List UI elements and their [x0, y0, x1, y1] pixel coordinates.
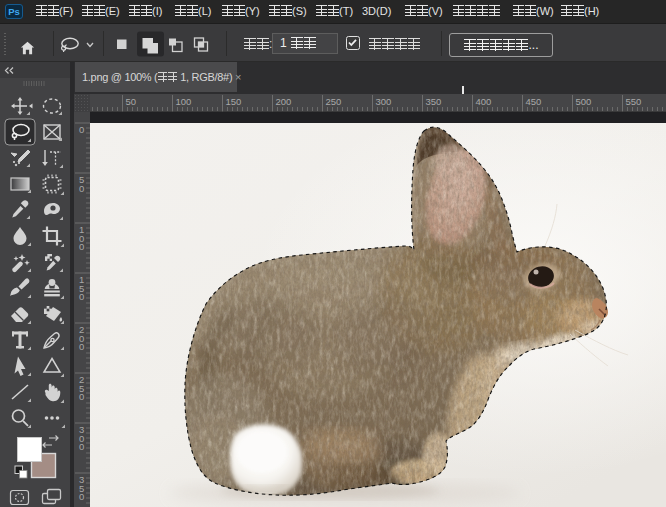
- svg-text:50: 50: [126, 96, 137, 107]
- svg-text:400: 400: [476, 96, 492, 107]
- svg-text:350: 350: [426, 96, 442, 107]
- svg-text:250: 250: [326, 96, 342, 107]
- svg-text:0: 0: [79, 241, 84, 252]
- svg-text:550: 550: [626, 96, 642, 107]
- svg-text:0: 0: [79, 183, 84, 194]
- svg-text:450: 450: [526, 96, 542, 107]
- svg-text:0: 0: [79, 341, 84, 352]
- svg-text:100: 100: [176, 96, 192, 107]
- svg-text:200: 200: [276, 96, 292, 107]
- svg-text:150: 150: [226, 96, 242, 107]
- svg-text:0: 0: [79, 391, 84, 402]
- svg-text:300: 300: [376, 96, 392, 107]
- svg-text:0: 0: [79, 441, 84, 452]
- svg-text:0: 0: [79, 291, 84, 302]
- svg-text:500: 500: [576, 96, 592, 107]
- svg-text:0: 0: [79, 491, 84, 502]
- svg-text:0: 0: [79, 124, 84, 135]
